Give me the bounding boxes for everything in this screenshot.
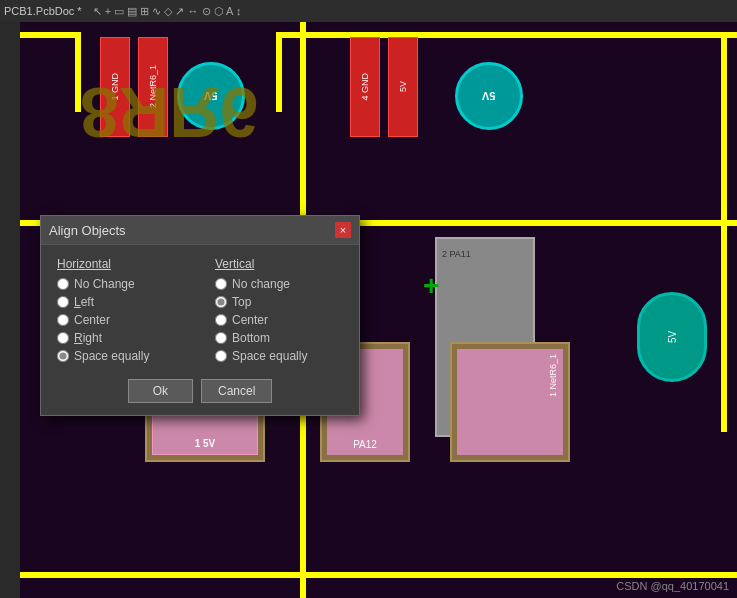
h-no-change-label: No Change (74, 277, 135, 291)
align-objects-dialog[interactable]: Align Objects × Horizontal No Change (40, 215, 360, 416)
bg-text: 8ЯR6 (80, 72, 259, 152)
h-space-equally-option[interactable]: Space equally (57, 349, 185, 363)
toolbar-icons: ↖ + ▭ ▤ ⊞ ∿ ◇ ↗ ↔ ⊙ ⬡ A ↕ (93, 5, 242, 18)
dialog-close-button[interactable]: × (335, 222, 351, 238)
v-bottom-option[interactable]: Bottom (215, 331, 343, 345)
dialog-title: Align Objects (49, 223, 126, 238)
vertical-label: Vertical (215, 257, 343, 271)
cancel-button[interactable]: Cancel (201, 379, 272, 403)
pad-5v-top: 5V (388, 37, 418, 137)
h-center-label: Center (74, 313, 110, 327)
v-top-label: Top (232, 295, 251, 309)
dialog-body: Horizontal No Change Left (41, 245, 359, 371)
v-space-equally-radio[interactable] (215, 350, 227, 362)
h-right-radio[interactable] (57, 332, 69, 344)
h-left-radio[interactable] (57, 296, 69, 308)
v-top-radio[interactable] (215, 296, 227, 308)
v-top-option[interactable]: Top (215, 295, 343, 309)
h-space-equally-label: Space equally (74, 349, 149, 363)
yellow-line-top-right (280, 32, 737, 38)
h-center-option[interactable]: Center (57, 313, 185, 327)
yellow-line-right-v (721, 32, 727, 432)
yellow-line-bottom (20, 572, 737, 578)
comp-tan-3: 1 NetR6_1 (450, 342, 570, 462)
v-space-equally-label: Space equally (232, 349, 307, 363)
ok-button[interactable]: Ok (128, 379, 193, 403)
h-left-label: Left (74, 295, 94, 309)
horizontal-radio-group: No Change Left Center Right (57, 277, 185, 363)
v-space-equally-option[interactable]: Space equally (215, 349, 343, 363)
comp-circle-right-top: 5V (455, 62, 523, 130)
h-no-change-option[interactable]: No Change (57, 277, 185, 291)
pad-gnd4: 4 GND (350, 37, 380, 137)
h-space-equally-radio[interactable] (57, 350, 69, 362)
h-left-option[interactable]: Left (57, 295, 185, 309)
dialog-columns: Horizontal No Change Left (57, 257, 343, 363)
h-right-option[interactable]: Right (57, 331, 185, 345)
h-no-change-radio[interactable] (57, 278, 69, 290)
vertical-column: Vertical No change Top Center (215, 257, 343, 363)
window-title: PCB1.PcbDoc * (4, 5, 82, 17)
cross-mark-2: + (423, 270, 439, 302)
horizontal-column: Horizontal No Change Left (57, 257, 185, 363)
v-no-change-radio[interactable] (215, 278, 227, 290)
left-sidebar (0, 22, 20, 598)
v-bottom-radio[interactable] (215, 332, 227, 344)
comp-oval-right: 5V (637, 292, 707, 382)
horizontal-label: Horizontal (57, 257, 185, 271)
dialog-titlebar: Align Objects × (41, 216, 359, 245)
v-no-change-label: No change (232, 277, 290, 291)
v-center-radio[interactable] (215, 314, 227, 326)
v-bottom-label: Bottom (232, 331, 270, 345)
v-center-label: Center (232, 313, 268, 327)
vertical-radio-group: No change Top Center Bottom (215, 277, 343, 363)
h-right-label: Right (74, 331, 102, 345)
main-toolbar: PCB1.PcbDoc * ↖ + ▭ ▤ ⊞ ∿ ◇ ↗ ↔ ⊙ ⬡ A ↕ (0, 0, 737, 22)
dialog-footer: Ok Cancel (41, 371, 359, 415)
v-center-option[interactable]: Center (215, 313, 343, 327)
yellow-line-top-left (20, 32, 80, 38)
h-center-radio[interactable] (57, 314, 69, 326)
v-no-change-option[interactable]: No change (215, 277, 343, 291)
yellow-line-center-v (276, 32, 282, 112)
watermark: CSDN @qq_40170041 (616, 580, 729, 592)
